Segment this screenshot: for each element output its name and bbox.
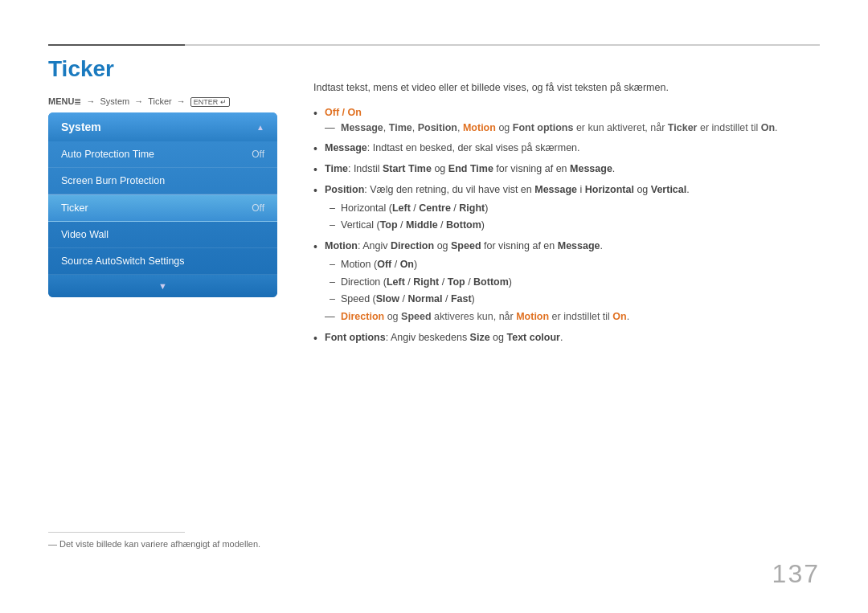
bottom-note: — Det viste billede kan variere afhængig… xyxy=(48,539,260,549)
arrow-down-icon: ▼ xyxy=(158,281,167,291)
menu-item-video-wall[interactable]: Video Wall xyxy=(48,222,277,248)
page-title: Ticker xyxy=(48,56,114,82)
arrow-up-icon: ▲ xyxy=(256,123,264,132)
time-label: Time xyxy=(325,163,348,174)
message-text: : Indtast en besked, der skal vises på s… xyxy=(367,142,580,153)
position-sub-vertical: Vertical (Top / Middle / Bottom) xyxy=(325,218,820,233)
motion-sub-direction: Direction (Left / Right / Top / Bottom) xyxy=(325,275,820,290)
bottom-divider xyxy=(48,532,185,533)
menu-item-label: Auto Protection Time xyxy=(61,149,154,160)
page-number: 137 xyxy=(772,559,820,589)
system-header-label: System xyxy=(61,121,101,133)
bullet-item-motion: Motion: Angiv Direction og Speed for vis… xyxy=(313,239,820,325)
motion-label: Motion xyxy=(325,240,358,251)
menu-logo-icon: ≣ xyxy=(74,96,81,106)
menu-item-label: Screen Burn Protection xyxy=(61,175,165,186)
arrow-3: → xyxy=(177,96,186,106)
arrow-1: → xyxy=(86,96,95,106)
motion-sub-list: Motion (Off / On) Direction (Left / Righ… xyxy=(325,257,820,307)
position-label: Position xyxy=(325,184,364,195)
motion-note: — Direction og Speed aktiveres kun, når … xyxy=(325,309,820,325)
intro-text: Indtast tekst, mens et video eller et bi… xyxy=(313,80,820,96)
font-options-label: Font options xyxy=(325,332,386,343)
system-panel: System ▲ Auto Protection Time Off Screen… xyxy=(48,112,277,297)
bullet-list: Off / On — Message, Time, Position, Moti… xyxy=(313,105,820,345)
motion-note-text: Direction og Speed aktiveres kun, når Mo… xyxy=(341,311,629,322)
menu-path: MENU≣ → System → Ticker → ENTER ↵ xyxy=(48,96,230,107)
bullet-item-time: Time: Indstil Start Time og End Time for… xyxy=(313,161,820,177)
position-sub-list: Horizontal (Left / Centre / Right) Verti… xyxy=(325,201,820,234)
bottom-note-text: — Det viste billede kan variere afhængig… xyxy=(48,539,260,549)
bullet-item-position: Position: Vælg den retning, du vil have … xyxy=(313,182,820,233)
position-text: : Vælg den retning, du vil have vist en … xyxy=(364,184,689,195)
menu-item-value: Off xyxy=(252,149,264,160)
position-sub-horizontal: Horizontal (Left / Centre / Right) xyxy=(325,201,820,216)
menu-logo-text: MENU xyxy=(48,96,74,106)
top-line-accent xyxy=(48,44,185,46)
menu-item-label: Ticker xyxy=(61,202,88,214)
time-text: : Indstil Start Time og End Time for vis… xyxy=(348,163,615,174)
offon-note-text: Message, Time, Position, Motion og Font … xyxy=(341,122,778,133)
motion-sub-motion: Motion (Off / On) xyxy=(325,257,820,272)
bullet-item-message: Message: Indtast en besked, der skal vis… xyxy=(313,141,820,156)
menu-item-screen-burn[interactable]: Screen Burn Protection xyxy=(48,168,277,194)
menu-item-system: System xyxy=(100,96,130,106)
motion-text: : Angiv Direction og Speed for visning a… xyxy=(358,240,603,251)
motion-sub-speed: Speed (Slow / Normal / Fast) xyxy=(325,292,820,307)
bullet-item-font-options: Font options: Angiv beskedens Size og Te… xyxy=(313,330,820,345)
bullet-item-offon: Off / On — Message, Time, Position, Moti… xyxy=(313,105,820,136)
menu-item-ticker[interactable]: Ticker Off xyxy=(48,194,277,222)
right-content: Indtast tekst, mens et video eller et bi… xyxy=(313,80,820,351)
menu-item-label: Source AutoSwitch Settings xyxy=(61,255,185,267)
menu-item-auto-protection[interactable]: Auto Protection Time Off xyxy=(48,141,277,168)
offon-note: — Message, Time, Position, Motion og Fon… xyxy=(325,121,820,136)
menu-item-value: Off xyxy=(252,202,264,214)
menu-item-label: Video Wall xyxy=(61,229,108,240)
message-label: Message xyxy=(325,142,367,153)
font-options-text: : Angiv beskedens Size og Text colour. xyxy=(386,332,563,343)
menu-item-source-autoswitch[interactable]: Source AutoSwitch Settings xyxy=(48,248,277,275)
system-header: System ▲ xyxy=(48,112,277,141)
enter-icon: ENTER ↵ xyxy=(190,97,230,107)
menu-item-ticker: Ticker xyxy=(148,96,172,106)
offon-label: Off / On xyxy=(325,107,362,118)
system-footer: ▼ xyxy=(48,275,277,297)
arrow-2: → xyxy=(134,96,143,106)
